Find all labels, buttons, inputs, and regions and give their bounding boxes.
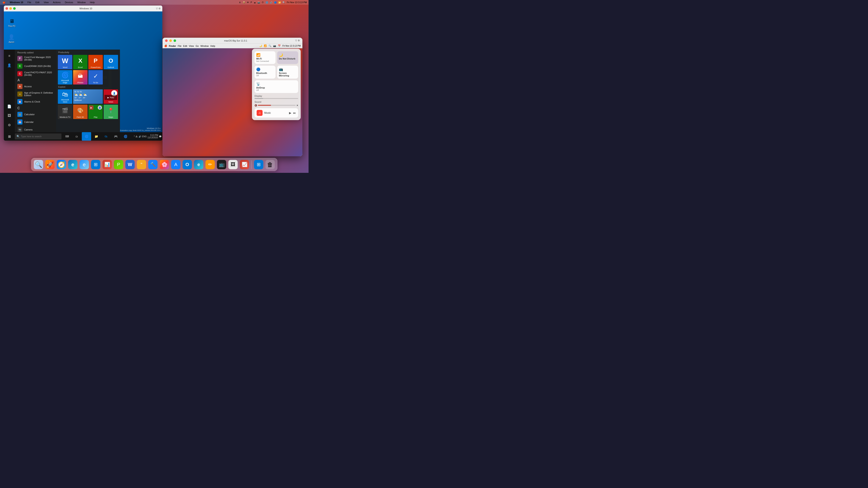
music-play-button[interactable]: ▶	[289, 111, 291, 115]
task-view-icon[interactable]: 🗂	[72, 132, 82, 141]
this-pc-icon[interactable]: 🖥 This PC	[8, 18, 16, 27]
search-icon[interactable]: 🔍	[282, 1, 285, 4]
app-coreldraw[interactable]: C CorelDRAW 2020 (64-Bit)	[15, 62, 56, 70]
actions-menu[interactable]: Actions	[52, 1, 61, 4]
inner-wifi-icon[interactable]: 📶	[264, 44, 267, 47]
win10-close-button[interactable]	[5, 7, 8, 10]
app-age-of-empires[interactable]: ⚔ Age of Empires II: Definitive Edition	[15, 90, 56, 98]
music-forward-button[interactable]: ⏭	[293, 111, 296, 115]
dock-appstore[interactable]: A	[170, 159, 181, 170]
dock-edge[interactable]: e	[68, 159, 78, 170]
dock-trash[interactable]: 🗑	[265, 159, 276, 170]
flag-icon[interactable]: 🌐	[266, 1, 268, 4]
dock-safari[interactable]: 🧭	[56, 159, 67, 170]
dock-ie[interactable]: e	[79, 159, 90, 170]
dock-photos[interactable]: 🌸	[159, 159, 170, 170]
dock-grapher[interactable]: 📊	[102, 159, 113, 170]
xbox-taskbar[interactable]: 🎮	[111, 132, 120, 141]
app-corel-font[interactable]: F Corel Font Manager 2020 (64-Bit)	[15, 55, 56, 62]
app-alarms-clock[interactable]: ⏰ Alarms & Clock	[15, 98, 56, 105]
outlook-tile[interactable]: O Outlook	[104, 55, 118, 69]
win10-filter-icon[interactable]: ▽	[156, 7, 158, 10]
store-taskbar[interactable]: 🛍	[101, 132, 111, 141]
macos-settings-icon[interactable]: ⚙	[298, 39, 300, 42]
todo-tile[interactable]: ✓ To Do	[88, 70, 103, 85]
powerpoint-tile[interactable]: P PowerPoint	[88, 55, 103, 69]
inner-cal-icon[interactable]: 📅	[278, 44, 281, 47]
taskbar-search-box[interactable]: 🔍	[15, 133, 61, 139]
dock-xcode[interactable]: 🔨	[148, 159, 158, 170]
dock-outlook[interactable]: O	[182, 159, 193, 170]
inner-view-menu[interactable]: View	[189, 45, 194, 47]
start-documents[interactable]: 📄	[5, 102, 14, 111]
app-access[interactable]: A Access	[15, 83, 56, 90]
airdrop-card[interactable]: 📡 AirDrop Off	[254, 80, 298, 93]
photos-tile[interactable]: 🏔 Photos	[73, 70, 88, 85]
wifi-icon[interactable]: 📶	[278, 1, 281, 4]
dock-finder[interactable]: 🔍	[33, 159, 44, 170]
dock-appletv[interactable]: 📺	[216, 159, 227, 170]
taskbar-lang[interactable]: ENG	[142, 135, 147, 138]
inner-go-menu[interactable]: Go	[195, 45, 199, 47]
dock-launchpad[interactable]: 🚀	[45, 159, 55, 170]
time-icon[interactable]: ⏱	[262, 1, 264, 4]
search-input[interactable]	[21, 135, 60, 138]
inner-help-menu[interactable]: Help	[211, 45, 215, 47]
edge2-taskbar[interactable]: 🌀	[121, 132, 130, 141]
inner-window-menu[interactable]: Window	[200, 45, 209, 47]
sound-slider[interactable]: 🔇 ✕	[254, 104, 298, 106]
devices-menu[interactable]: Devices	[64, 1, 74, 4]
app-name[interactable]: Windows 10	[9, 1, 24, 4]
window-menu[interactable]: Window	[76, 1, 87, 4]
music-controls[interactable]: ▶ ⏭	[289, 111, 296, 115]
dropbox-icon[interactable]: 📦	[243, 1, 245, 4]
play-tile[interactable]: 👤 ▶ Play	[88, 105, 103, 119]
screen-mirroring-card[interactable]: 📺 Screen Mirroring	[277, 66, 298, 78]
bluetooth-icon[interactable]: 🔵	[274, 1, 277, 4]
news-tile[interactable]: 👤 ▶ Hulu News	[104, 89, 118, 104]
taskbar-clock[interactable]: 3:13 PM 11/13/2020	[148, 134, 158, 139]
dnd-card[interactable]: 🌙 Do Not Disturb	[277, 51, 298, 64]
macos-maximize-button[interactable]	[174, 39, 176, 42]
file-menu[interactable]: File	[27, 1, 32, 4]
maps-tile[interactable]: 📍 Maps	[104, 105, 118, 119]
task-view-button[interactable]: ⌨	[62, 132, 72, 141]
start-settings[interactable]: ⚙	[5, 120, 14, 130]
taskbar-network-icon[interactable]: 🖧	[135, 135, 138, 138]
music-card[interactable]: ♫ Music ▶ ⏭	[254, 108, 298, 118]
dock-windows[interactable]: ⊞	[91, 159, 101, 170]
display-slider[interactable]	[254, 98, 298, 99]
pockity-icon[interactable]: P	[251, 1, 252, 4]
volume-icon[interactable]: 🔊	[270, 1, 272, 4]
dock-preview[interactable]: 🖼	[228, 159, 239, 170]
dock-quotes[interactable]: "	[136, 159, 147, 170]
inner-screen-icon[interactable]: 📷	[273, 44, 276, 47]
dock-windows2[interactable]: ⊞	[253, 159, 264, 170]
bluetooth-card[interactable]: 🔵 Bluetooth Off	[254, 66, 276, 78]
inner-finder-menu[interactable]: Finder	[169, 45, 176, 47]
app-corel-photo[interactable]: C Corel PHOTO-PAINT 2020 (64-Bit)	[15, 70, 56, 77]
wifi-card[interactable]: 📶 Wi-Fi Not Connected	[254, 51, 276, 64]
bellevue-tile[interactable]: 4p5p6p ⛅⛅⛅ 49°47°46° Bellevue	[73, 89, 103, 104]
macos-filter-icon[interactable]: ▽	[295, 39, 297, 42]
macos-minimize-button[interactable]	[169, 39, 172, 42]
user-icon[interactable]: 👤 Aaron	[8, 34, 15, 43]
excel-tile[interactable]: X Excel	[73, 55, 88, 69]
edge-taskbar[interactable]: 🌀	[82, 132, 91, 141]
macos-close-button[interactable]	[165, 39, 167, 42]
taskbar-volume-icon[interactable]: 🔊	[138, 135, 141, 138]
win10-maximize-button[interactable]	[13, 7, 16, 10]
screenium-icon[interactable]: 👁	[247, 1, 249, 4]
dock-stats[interactable]: 📈	[239, 159, 250, 170]
taskbar-notifications[interactable]: 💬	[159, 135, 161, 138]
start-user[interactable]: 👤	[5, 61, 14, 70]
dock-edge2[interactable]: e	[193, 159, 204, 170]
start-pictures[interactable]: 🖼	[5, 111, 14, 120]
apple-menu[interactable]: 🍎	[2, 1, 6, 4]
inner-darkmode-icon[interactable]: 🌙	[259, 44, 262, 47]
inner-apple-icon[interactable]: 🍎	[164, 44, 167, 47]
view-menu[interactable]: View	[43, 1, 50, 4]
win10-minimize-button[interactable]	[9, 7, 12, 10]
dock-freeform[interactable]: ✏	[205, 159, 216, 170]
dock-pixelmator[interactable]: P	[113, 159, 124, 170]
